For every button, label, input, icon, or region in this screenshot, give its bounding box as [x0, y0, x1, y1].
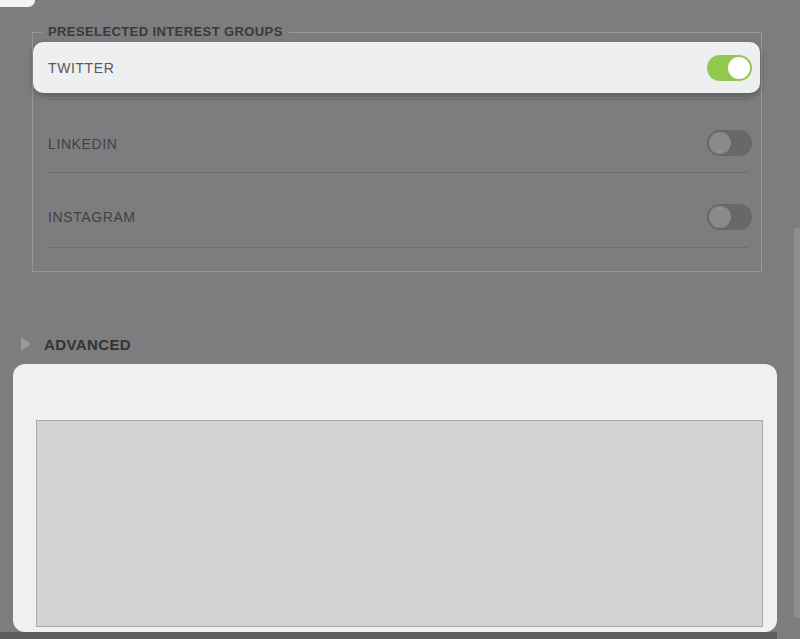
instagram-toggle[interactable]: [707, 204, 752, 230]
linkedin-toggle[interactable]: [707, 130, 752, 156]
instagram-label: INSTAGRAM: [48, 209, 136, 225]
collapsed-arrow-icon[interactable]: [21, 337, 31, 351]
row-divider: [48, 172, 748, 173]
twitter-label: TWITTER: [48, 60, 114, 76]
scrolled-card-corner: [0, 0, 35, 7]
advanced-section-header[interactable]: ADVANCED: [44, 336, 131, 353]
linkedin-label: LINKEDIN: [48, 136, 117, 152]
interest-groups-legend: PRESELECTED INTEREST GROUPS: [42, 24, 289, 40]
row-divider: [48, 99, 748, 100]
toggle-knob: [728, 57, 750, 79]
toggle-knob: [709, 206, 731, 228]
row-divider: [48, 247, 748, 248]
toggle-knob: [709, 132, 731, 154]
bottom-section-edge: [0, 632, 777, 639]
interest-group-row-twitter[interactable]: TWITTER: [33, 42, 760, 93]
conditional-logic-builder: [36, 420, 763, 627]
form-settings-page: PRESELECTED INTEREST GROUPS TWITTER LINK…: [0, 0, 800, 639]
scrollbar-thumb[interactable]: [794, 228, 800, 618]
twitter-toggle[interactable]: [707, 55, 752, 81]
